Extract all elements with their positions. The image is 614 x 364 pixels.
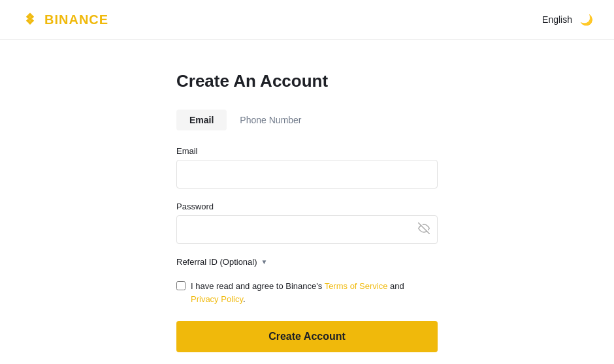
referral-chevron-icon: ▼ — [261, 258, 268, 265]
tos-link[interactable]: Terms of Service — [325, 281, 388, 291]
tos-text-before: I have read and agree to Binance's — [191, 281, 325, 291]
email-input[interactable] — [176, 160, 438, 189]
theme-toggle-icon[interactable]: 🌙 — [580, 14, 593, 26]
tos-text-after: . — [243, 294, 246, 304]
logo[interactable]: BINANCE — [21, 10, 108, 29]
privacy-policy-link[interactable]: Privacy Policy — [191, 294, 243, 304]
password-label: Password — [176, 202, 438, 211]
password-input-wrapper — [176, 215, 438, 244]
referral-id-row[interactable]: Referral ID (Optional) ▼ — [176, 257, 438, 267]
tos-checkbox-row: I have read and agree to Binance's Terms… — [176, 280, 438, 305]
email-input-wrapper — [176, 160, 438, 189]
tab-email[interactable]: Email — [176, 110, 227, 130]
language-selector[interactable]: English — [542, 14, 572, 25]
tos-text-mid: and — [387, 281, 404, 291]
main-content: Create An Account Email Phone Number Ema… — [0, 40, 614, 364]
referral-id-label: Referral ID (Optional) — [176, 257, 257, 267]
header: BINANCE English 🌙 — [0, 0, 614, 40]
password-input[interactable] — [176, 215, 438, 244]
tab-phone[interactable]: Phone Number — [227, 110, 314, 130]
tos-label: I have read and agree to Binance's Terms… — [191, 280, 404, 305]
create-account-button[interactable]: Create Account — [176, 321, 438, 352]
email-field-group: Email — [176, 146, 438, 189]
form-container: Create An Account Email Phone Number Ema… — [176, 71, 438, 364]
header-right: English 🌙 — [542, 14, 593, 26]
logo-text: BINANCE — [44, 12, 108, 27]
tos-checkbox[interactable] — [176, 281, 186, 290]
page-title: Create An Account — [176, 71, 438, 91]
binance-logo-icon — [21, 10, 39, 29]
email-label: Email — [176, 146, 438, 156]
account-type-tabs: Email Phone Number — [176, 110, 438, 130]
password-visibility-toggle-icon[interactable] — [418, 222, 430, 237]
password-field-group: Password — [176, 202, 438, 244]
